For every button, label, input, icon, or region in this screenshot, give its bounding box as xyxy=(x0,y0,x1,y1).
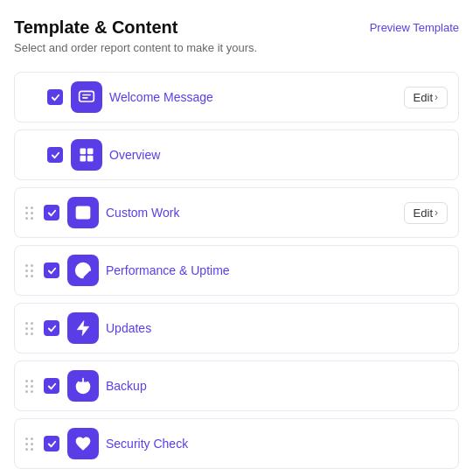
checkbox-backup[interactable] xyxy=(43,377,60,395)
svg-rect-2 xyxy=(87,149,94,155)
item-label-welcome-message: Welcome Message xyxy=(109,90,397,104)
item-icon-backup xyxy=(67,370,99,402)
item-icon-security-check xyxy=(67,428,99,459)
item-icon-welcome-message xyxy=(71,81,102,113)
edit-button-welcome-message[interactable]: Edit › xyxy=(404,87,448,108)
checkbox-custom-work[interactable] xyxy=(43,204,60,221)
svg-rect-1 xyxy=(80,149,87,155)
drag-handle[interactable] xyxy=(25,438,36,451)
item-label-updates: Updates xyxy=(106,321,448,335)
svg-rect-3 xyxy=(80,156,87,162)
svg-point-8 xyxy=(81,269,84,271)
checkbox-security-check[interactable] xyxy=(43,435,60,452)
page-title: Template & Content xyxy=(14,18,257,38)
svg-rect-4 xyxy=(87,156,94,162)
list-item-custom-work: Custom Work Edit › xyxy=(14,187,459,238)
list-item-backup: Backup xyxy=(14,360,459,411)
item-icon-overview xyxy=(71,139,102,171)
list-item-updates: Updates xyxy=(14,303,459,354)
checkbox-inner[interactable] xyxy=(47,147,63,163)
checkbox-inner[interactable] xyxy=(44,205,59,220)
svg-rect-5 xyxy=(77,206,90,218)
item-icon-updates xyxy=(67,312,99,344)
checkbox-inner[interactable] xyxy=(44,320,59,336)
svg-rect-0 xyxy=(80,91,94,102)
item-icon-performance-uptime xyxy=(67,255,99,286)
checkbox-performance-uptime[interactable] xyxy=(43,262,60,279)
checkbox-inner[interactable] xyxy=(44,378,59,394)
list-item-welcome-message: Welcome Message Edit › xyxy=(14,72,459,122)
checkbox-inner[interactable] xyxy=(44,262,59,278)
page-subtitle: Select and order report content to make … xyxy=(14,41,257,54)
drag-handle[interactable] xyxy=(25,264,36,277)
drag-handle[interactable] xyxy=(25,380,36,393)
item-label-custom-work: Custom Work xyxy=(106,206,397,220)
item-label-overview: Overview xyxy=(109,148,448,162)
checkbox-inner[interactable] xyxy=(47,89,63,105)
item-label-backup: Backup xyxy=(106,379,448,393)
checkbox-overview[interactable] xyxy=(46,146,64,164)
item-label-performance-uptime: Performance & Uptime xyxy=(106,263,448,277)
preview-template-link[interactable]: Preview Template xyxy=(370,21,459,34)
chevron-right-icon: › xyxy=(435,206,438,219)
drag-handle[interactable] xyxy=(25,322,36,335)
items-list: Welcome Message Edit › Overview xyxy=(14,72,459,476)
edit-button-custom-work[interactable]: Edit › xyxy=(404,202,448,224)
checkbox-inner[interactable] xyxy=(44,436,59,452)
list-item-security-check: Security Check xyxy=(14,418,459,469)
drag-handle[interactable] xyxy=(25,206,36,220)
list-item-overview: Overview xyxy=(14,130,459,180)
checkbox-updates[interactable] xyxy=(43,319,60,337)
item-label-security-check: Security Check xyxy=(106,437,448,451)
checkbox-welcome-message[interactable] xyxy=(46,88,64,106)
item-icon-custom-work xyxy=(67,197,99,228)
list-item-performance-uptime: Performance & Uptime xyxy=(14,245,459,296)
chevron-right-icon: › xyxy=(435,91,438,103)
